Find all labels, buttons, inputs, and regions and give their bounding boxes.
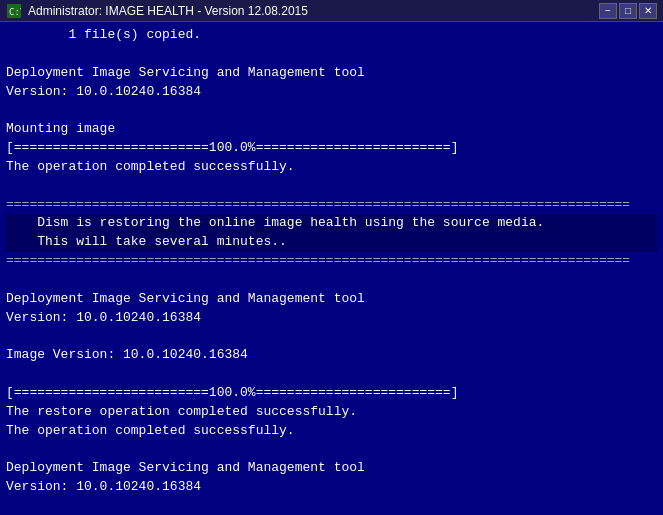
console-line: Deployment Image Servicing and Managemen… (6, 64, 657, 83)
console-line: Version: 10.0.10240.16384 (6, 83, 657, 102)
console-line: [=========================100.0%========… (6, 139, 657, 158)
console-line: 1 file(s) copied. (6, 26, 657, 45)
console-line: Deployment Image Servicing and Managemen… (6, 459, 657, 478)
console-output: 1 file(s) copied. Deployment Image Servi… (0, 22, 663, 515)
title-bar: C:\ Administrator: IMAGE HEALTH - Versio… (0, 0, 663, 22)
close-button[interactable]: ✕ (639, 3, 657, 19)
minimize-button[interactable]: − (599, 3, 617, 19)
console-line: Dism is restoring the online image healt… (6, 214, 657, 233)
console-line (6, 328, 657, 347)
console-line (6, 497, 657, 515)
console-line (6, 101, 657, 120)
console-line: Version: 10.0.10240.16384 (6, 478, 657, 497)
console-line: ========================================… (6, 196, 657, 215)
console-line: The operation completed successfully. (6, 422, 657, 441)
console-line: This will take several minutes.. (6, 233, 657, 252)
console-line (6, 441, 657, 460)
console-line: Image Version: 10.0.10240.16384 (6, 346, 657, 365)
console-line: Version: 10.0.10240.16384 (6, 309, 657, 328)
cmd-icon: C:\ (6, 3, 22, 19)
window-title: Administrator: IMAGE HEALTH - Version 12… (28, 4, 593, 18)
maximize-button[interactable]: □ (619, 3, 637, 19)
console-line: The restore operation completed successf… (6, 403, 657, 422)
svg-text:C:\: C:\ (9, 7, 21, 17)
console-line: Deployment Image Servicing and Managemen… (6, 290, 657, 309)
console-line: [=========================100.0%========… (6, 384, 657, 403)
console-line (6, 365, 657, 384)
console-line (6, 45, 657, 64)
console-line (6, 271, 657, 290)
console-line: Mounting image (6, 120, 657, 139)
console-line: ========================================… (6, 252, 657, 271)
window-controls: − □ ✕ (599, 3, 657, 19)
console-line: The operation completed successfully. (6, 158, 657, 177)
console-line (6, 177, 657, 196)
